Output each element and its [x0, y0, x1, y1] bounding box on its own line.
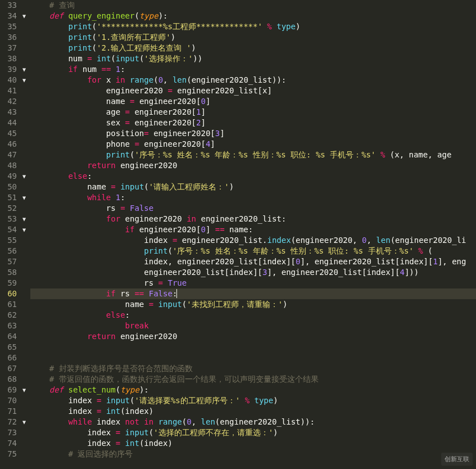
code-line[interactable]: return engineer2020	[30, 331, 476, 342]
fold-marker[interactable]: ▼	[20, 171, 28, 182]
token-id	[111, 65, 115, 74]
code-line[interactable]: def query_engineer(type):	[30, 11, 476, 21]
token-id: (index)	[139, 439, 173, 448]
code-area[interactable]: # 查询 def query_engineer(type): print('**…	[28, 0, 476, 469]
code-line[interactable]: phone = engineer2020[4]	[30, 139, 476, 150]
token-id	[30, 214, 106, 223]
watermark-badge: 创新互联	[441, 453, 473, 466]
token-id: position	[106, 129, 144, 138]
code-line[interactable]: # 查询	[30, 0, 476, 11]
code-editor[interactable]: 3334353637383940414243444546474849505152…	[0, 0, 476, 469]
code-line[interactable]: else:	[30, 171, 476, 182]
token-bl: len	[173, 75, 187, 84]
fold-marker[interactable]: ▼	[20, 192, 28, 203]
token-id: )	[283, 300, 287, 309]
fold-marker[interactable]: ▼	[20, 224, 28, 235]
fold-marker[interactable]: ▼	[20, 214, 28, 224]
line-number: 59	[1, 278, 17, 288]
fold-marker	[20, 53, 28, 64]
token-id: sex	[106, 118, 125, 127]
token-nm: 1	[116, 65, 120, 74]
line-number: 58	[1, 267, 17, 278]
code-line[interactable]: if rs == False:	[30, 288, 476, 299]
code-line[interactable]: index = int(index)	[30, 406, 476, 417]
code-line[interactable]: rs = True	[30, 278, 476, 288]
token-id	[30, 278, 144, 287]
fold-marker[interactable]: ▼	[20, 417, 28, 427]
fold-marker[interactable]: ▼	[20, 75, 28, 85]
code-line[interactable]: def select_num(type):	[30, 385, 476, 395]
code-line[interactable]: sex = engineer2020[2]	[30, 118, 476, 128]
line-number: 67	[1, 363, 17, 374]
code-line[interactable]: # 返回选择的序号	[30, 449, 476, 459]
code-line[interactable]	[30, 353, 476, 363]
fold-marker	[20, 353, 28, 363]
code-line[interactable]: print('2.输入工程师姓名查询 ')	[30, 43, 476, 53]
line-number: 73	[1, 427, 17, 438]
code-line[interactable]: for x in range(0, len(engineer2020_list)…	[30, 75, 476, 85]
code-line[interactable]: if engineer2020[0] == name:	[30, 224, 476, 235]
fold-marker[interactable]: ▼	[20, 64, 28, 75]
token-op: =	[111, 182, 115, 191]
token-id: ]	[206, 225, 215, 234]
code-line[interactable]: name = input('未找到工程师，请重输：')	[30, 299, 476, 310]
code-line[interactable]: index = int(index)	[30, 438, 476, 449]
line-number: 69	[1, 385, 17, 395]
code-line[interactable]: position= engineer2020[3]	[30, 128, 476, 139]
fold-gutter[interactable]: ▼▼▼▼▼▼▼▼▼	[20, 0, 28, 469]
code-line[interactable]: index = input('选择的工程师不存在，请重选：')	[30, 427, 476, 438]
code-line[interactable]: print('序号：%s 姓名：%s 年龄：%s 性别：%s 职位: %s 手机…	[30, 246, 476, 256]
code-line[interactable]: index = engineer2020_list.index(engineer…	[30, 235, 476, 246]
fold-marker	[20, 32, 28, 43]
code-line[interactable]: if num == 1:	[30, 64, 476, 75]
code-line[interactable]: print('1.查询所有工程师')	[30, 32, 476, 43]
code-line[interactable]: while index not in range(0, len(engineer…	[30, 417, 476, 427]
token-id	[30, 86, 106, 95]
fold-marker	[20, 256, 28, 267]
token-kw2: for	[106, 214, 120, 223]
code-line[interactable]: rs = False	[30, 203, 476, 214]
token-kw2: in	[187, 214, 196, 223]
line-number: 36	[1, 32, 17, 43]
code-line[interactable]: name = input('请输入工程师姓名：')	[30, 182, 476, 192]
token-id	[111, 193, 115, 202]
line-number: 35	[1, 21, 17, 32]
token-id	[30, 139, 106, 148]
token-id: num	[78, 65, 101, 74]
token-cn: False	[149, 289, 173, 298]
code-line[interactable]: # 带返回值的函数，函数执行完会返回一个结果，可以声明变量接受这个结果	[30, 374, 476, 385]
line-number-gutter: 3334353637383940414243444546474849505152…	[0, 0, 20, 469]
token-op: =	[167, 86, 172, 95]
token-nm: 0	[201, 97, 205, 106]
code-line[interactable]: else:	[30, 310, 476, 321]
fold-marker[interactable]: ▼	[20, 385, 28, 395]
line-number: 63	[1, 321, 17, 331]
code-line[interactable]: for engineer2020 in engineer2020_list:	[30, 214, 476, 224]
token-id: ]	[201, 107, 205, 116]
code-line[interactable]: while 1:	[30, 192, 476, 203]
code-line[interactable]: age = engineer2020[1]	[30, 107, 476, 118]
line-number: 47	[1, 150, 17, 160]
token-id: engineer2020[	[130, 107, 196, 116]
fold-marker[interactable]: ▼	[20, 11, 28, 21]
code-line[interactable]: break	[30, 321, 476, 331]
code-line[interactable]: print('*************%s工程师*************' …	[30, 21, 476, 32]
code-line[interactable]: index = input('请选择要%s的工程师序号：' % type)	[30, 395, 476, 406]
token-id: ,	[367, 236, 377, 245]
text-cursor	[176, 289, 177, 298]
code-line[interactable]: print('序号：%s 姓名：%s 年龄：%s 性别：%s 职位: %s 手机…	[30, 150, 476, 160]
code-line[interactable]: return engineer2020	[30, 160, 476, 171]
token-id: ]	[201, 118, 205, 127]
line-number: 37	[1, 43, 17, 53]
code-line[interactable]: name = engineer2020[0]	[30, 96, 476, 107]
fold-marker	[20, 438, 28, 449]
token-id: name	[106, 97, 130, 106]
code-line[interactable]: # 封装判断选择序号是否符合范围的函数	[30, 363, 476, 374]
code-line[interactable]	[30, 342, 476, 353]
token-id: )	[273, 396, 278, 405]
code-line[interactable]: index, engineer2020_list[index][0], engi…	[30, 256, 476, 267]
code-line[interactable]: engineer2020_list[index][3], engineer202…	[30, 267, 476, 278]
code-line[interactable]: num = int(input('选择操作：'))	[30, 53, 476, 64]
code-line[interactable]: engineer2020 = engineer2020_list[x]	[30, 85, 476, 96]
token-id: ], engineer2020_list[index][	[267, 268, 400, 277]
